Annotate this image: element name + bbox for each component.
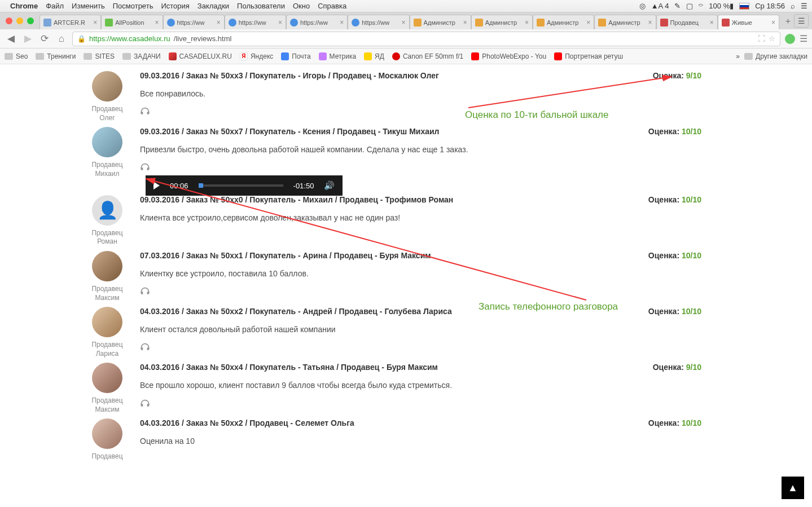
headphone-icon[interactable] <box>140 287 150 297</box>
browser-tab[interactable]: Администр × <box>410 15 471 29</box>
tab-close-icon[interactable]: × <box>155 19 159 27</box>
bookmark-item[interactable]: PhotoWebExpo - You <box>471 52 546 60</box>
headphone-icon[interactable] <box>140 399 150 409</box>
bookmark-favicon <box>392 52 400 60</box>
browser-tab[interactable]: AllPosition × <box>101 15 163 29</box>
tab-close-icon[interactable]: × <box>217 19 221 27</box>
review-text: Клиентку все устроило, поставила 10 балл… <box>140 268 789 279</box>
browser-tab[interactable]: ARTCER.R × <box>39 15 101 29</box>
bookmark-favicon <box>169 52 177 60</box>
tab-close-icon[interactable]: × <box>771 19 775 27</box>
extension-icon[interactable] <box>785 34 795 44</box>
bookmark-item[interactable]: ЗАДАЧИ <box>122 52 160 60</box>
clock[interactable]: Ср 18:56 <box>755 2 785 10</box>
tab-close-icon[interactable]: × <box>340 19 344 27</box>
review-title: 09.03.2016 / Заказ № 50хх7 / Покупатель … <box>140 127 440 136</box>
browser-tab[interactable]: Живые × <box>718 15 779 29</box>
bookmark-item[interactable]: Canon EF 50mm f/1 <box>392 52 463 60</box>
review-text: Клиент остался довольный работой нашей к… <box>140 324 789 335</box>
tab-close-icon[interactable]: × <box>93 19 97 27</box>
zoom-icon[interactable]: ⛶ <box>758 34 765 43</box>
browser-tab[interactable]: https://ww × <box>225 15 286 29</box>
bookmark-label: ЯД <box>375 52 384 60</box>
new-tab-button[interactable]: ＋ <box>782 16 794 26</box>
tab-title: https://ww <box>177 19 214 26</box>
review-rating: Оценка: 10/10 <box>648 307 701 316</box>
menu-edit[interactable]: Изменить <box>72 2 105 10</box>
play-button-icon[interactable] <box>153 182 160 189</box>
menu-file[interactable]: Файл <box>46 2 64 10</box>
bookmark-item[interactable]: Тренинги <box>36 52 76 60</box>
forward-button[interactable]: ▶ <box>21 33 34 45</box>
bookmark-item[interactable]: Портретная ретуш <box>554 52 623 60</box>
tab-title: https://ww <box>239 19 276 26</box>
minimize-window-button[interactable] <box>16 17 23 24</box>
app-name[interactable]: Chrome <box>10 2 38 10</box>
pen-tablet-icon[interactable]: ✎ <box>674 2 681 10</box>
browser-tab[interactable]: https://ww × <box>286 15 348 29</box>
menu-window[interactable]: Окно <box>293 2 310 10</box>
bookmark-item[interactable]: SITES <box>84 52 115 60</box>
display-icon[interactable]: ▢ <box>686 2 693 10</box>
input-source-flag[interactable] <box>739 3 749 10</box>
tab-close-icon[interactable]: × <box>401 19 405 27</box>
headphone-icon[interactable] <box>140 343 150 353</box>
bookmark-item[interactable]: Почта <box>281 52 310 60</box>
chrome-menu-button[interactable]: ☰ <box>800 33 807 44</box>
seller-column: ПродавецМаксим <box>88 251 126 302</box>
tab-overflow-button[interactable]: ☰ <box>794 14 809 28</box>
tab-close-icon[interactable]: × <box>586 19 590 27</box>
adobe-status-icon[interactable]: ▲ A 4 <box>651 2 669 10</box>
bookmark-star-icon[interactable]: ☆ <box>769 34 775 43</box>
bookmark-label: CASADELUX.RU <box>179 52 232 60</box>
close-window-button[interactable] <box>6 17 12 24</box>
browser-tab[interactable]: Администр × <box>533 15 594 29</box>
reload-button[interactable]: ⟳ <box>38 33 51 45</box>
audio-player[interactable]: 00:06 -01:50 🔊 <box>146 175 343 196</box>
headphone-icon[interactable] <box>140 107 150 117</box>
browser-tab[interactable]: https://ww × <box>163 15 225 29</box>
menu-help[interactable]: Справка <box>318 2 346 10</box>
audio-seek-track[interactable] <box>199 184 283 187</box>
wifi-icon[interactable]: ⌔ <box>699 2 703 10</box>
browser-tab[interactable]: https://ww × <box>348 15 409 29</box>
bookmark-item[interactable]: ЯЯндекс <box>240 52 273 60</box>
spotlight-icon[interactable]: ⌕ <box>791 2 795 10</box>
back-button[interactable]: ◀ <box>5 33 17 45</box>
browser-tab[interactable]: Продавец × <box>656 15 718 29</box>
tab-favicon <box>598 19 606 27</box>
avatar <box>92 418 122 449</box>
home-button[interactable]: ⌂ <box>55 33 68 45</box>
address-bar[interactable]: 🔒 https://www.casadelux.ru/live_reviews.… <box>72 32 780 46</box>
bookmark-item[interactable]: Метрика <box>319 52 356 60</box>
tab-close-icon[interactable]: × <box>648 19 652 27</box>
tab-close-icon[interactable]: × <box>710 19 714 27</box>
menu-bookmarks[interactable]: Закладки <box>197 2 229 10</box>
review-text: Привезли быстро, очень довольна работой … <box>140 144 789 155</box>
tab-close-icon[interactable]: × <box>463 19 467 27</box>
review-rating: Оценка: 9/10 <box>653 71 701 80</box>
bookmark-item[interactable]: Seo <box>5 52 28 60</box>
notification-center-icon[interactable]: ☰ <box>801 2 807 10</box>
review-title: 09.03.2016 / Заказ № 50хх0 / Покупатель … <box>140 195 453 204</box>
zoom-window-button[interactable] <box>27 17 34 24</box>
menu-history[interactable]: История <box>161 2 189 10</box>
siri-icon[interactable]: ◎ <box>639 2 646 10</box>
seller-label: ПродавецЛариса <box>91 341 122 358</box>
bookmarks-overflow-chevron[interactable]: » <box>736 52 740 60</box>
other-bookmarks-folder[interactable]: Другие закладки <box>744 52 807 60</box>
battery-status[interactable]: 100 % ▮ <box>709 2 734 10</box>
browser-tab[interactable]: Администр × <box>594 15 656 29</box>
tab-title: https://ww <box>300 19 337 26</box>
browser-tab[interactable]: Администр × <box>471 15 533 29</box>
bookmark-item[interactable]: CASADELUX.RU <box>169 52 232 60</box>
menu-users[interactable]: Пользователи <box>237 2 285 10</box>
volume-icon[interactable]: 🔊 <box>324 180 335 191</box>
menu-view[interactable]: Посмотреть <box>113 2 153 10</box>
tab-close-icon[interactable]: × <box>278 19 282 27</box>
avatar <box>92 251 122 281</box>
headphone-icon[interactable]: 00:06 -01:50 🔊 <box>140 163 150 173</box>
scroll-to-top-button[interactable]: ▲ <box>782 477 804 499</box>
bookmark-item[interactable]: ЯД <box>364 52 384 60</box>
tab-close-icon[interactable]: × <box>525 19 529 27</box>
